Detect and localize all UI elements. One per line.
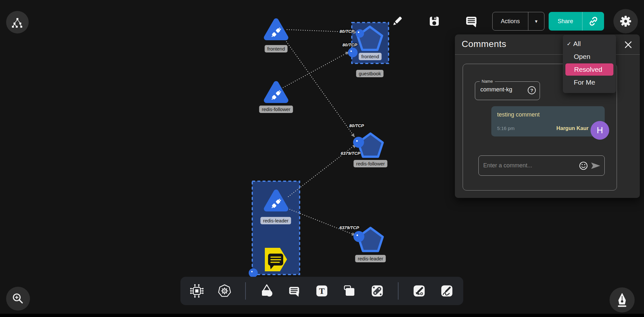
text-tool-icon: T [315, 284, 329, 298]
pencil-squiggle-icon [440, 284, 454, 298]
save-button[interactable] [427, 14, 441, 28]
comments-filter-menu: ✓ All Open Resolved For Me [563, 35, 616, 93]
comment-text: testing comment [497, 111, 599, 118]
tools-toolbar: T [180, 277, 463, 305]
check-icon: ✓ [567, 41, 571, 47]
pen-tool[interactable] [412, 284, 426, 298]
edit-mode-button[interactable] [390, 14, 404, 28]
name-input[interactable] [480, 86, 522, 93]
avatar: H [591, 121, 609, 140]
filter-option-for-me[interactable]: For Me [563, 76, 616, 89]
chevron-down-icon: ▼ [534, 19, 538, 24]
node-label-frontend-pentagon[interactable]: frontend [359, 53, 381, 60]
link-icon [588, 16, 599, 27]
comment-tool[interactable] [287, 284, 301, 298]
actions-button[interactable]: Actions ▼ [492, 12, 544, 31]
pen-arrow-icon [412, 284, 426, 298]
filter-option-label: Resolved [574, 66, 602, 73]
pencil-icon [391, 15, 404, 28]
node-label-guestbook[interactable]: guestbook [356, 70, 383, 77]
comment-tool-icon [287, 284, 301, 298]
actions-button-label[interactable]: Actions [493, 12, 528, 30]
toolbar-divider [245, 282, 246, 300]
share-button[interactable]: Share [549, 12, 604, 31]
edge-port-label: 80/TCP [342, 42, 357, 47]
comment-message: testing comment 5:16 pm Hargun Kaur [491, 106, 605, 136]
node-label-frontend[interactable]: frontend [264, 45, 287, 52]
comment-timestamp: 5:16 pm [497, 126, 514, 131]
edge-port-label: 80/TCP [349, 123, 364, 128]
edge-port-label: 6379/TCP [340, 225, 359, 230]
edge-connector-icon [370, 284, 384, 298]
settings-button[interactable] [613, 9, 638, 33]
edge-tool[interactable] [370, 284, 384, 298]
close-icon [624, 41, 632, 49]
design-tool-button[interactable] [610, 287, 635, 312]
filter-option-all[interactable]: ✓ All [563, 37, 616, 50]
copy-link-button[interactable] [582, 12, 604, 31]
chip-icon [190, 284, 204, 298]
help-icon[interactable]: ? [528, 86, 536, 94]
toolbar-divider [398, 282, 399, 300]
hierarchy-tree-icon [11, 16, 24, 29]
filter-option-label: All [573, 40, 581, 48]
smiley-icon [579, 161, 588, 170]
zoom-in-icon [12, 292, 24, 305]
edge-frontend-redisfollower[interactable] [284, 38, 355, 138]
freehand-draw-tool[interactable] [440, 284, 454, 298]
filter-option-label: For Me [574, 79, 595, 86]
shapes-tool[interactable] [259, 284, 274, 298]
edge-port-label: 80/TCP [340, 29, 354, 34]
text-tool[interactable]: T [315, 284, 329, 298]
edge-port-label: 6379/TCP [341, 151, 360, 156]
kubernetes-tool[interactable] [217, 284, 232, 298]
send-comment-button[interactable] [591, 161, 601, 171]
note-tool[interactable] [342, 284, 357, 298]
send-icon [591, 162, 601, 169]
node-label-redis-follower-pentagon[interactable]: redis-follower [353, 160, 387, 167]
node-label-redis-leader[interactable]: redis-leader [260, 217, 291, 224]
filter-option-open[interactable]: Open [563, 50, 616, 63]
name-field-label: Name [480, 79, 495, 84]
share-button-label[interactable]: Share [549, 12, 582, 31]
gear-icon [619, 14, 633, 28]
comment-author: Hargun Kaur [556, 125, 589, 131]
node-label-redis-follower[interactable]: redis-follower [259, 106, 293, 113]
emoji-picker-button[interactable] [579, 161, 588, 171]
actions-dropdown-toggle[interactable]: ▼ [528, 12, 544, 30]
close-comments-button[interactable] [624, 40, 633, 49]
zoom-button[interactable] [6, 287, 30, 311]
bottom-edge [0, 314, 644, 317]
save-icon [428, 15, 441, 28]
node-label-redis-leader-pentagon[interactable]: redis-leader [355, 255, 386, 262]
comments-panel-title: Comments [462, 39, 506, 49]
comments-toggle-button[interactable] [464, 14, 478, 28]
shapes-icon [259, 284, 274, 298]
components-tool[interactable] [190, 284, 204, 298]
comment-bubble-icon [465, 14, 478, 28]
hierarchy-view-button[interactable] [6, 11, 29, 33]
pen-nib-icon [615, 293, 630, 307]
kanvas-app: frontend frontend guestbook redis-follow… [0, 0, 644, 317]
edge-redisfollower-guestbook[interactable] [283, 53, 347, 88]
comment-input-container [478, 155, 605, 176]
note-icon [342, 284, 357, 298]
comment-input[interactable] [483, 162, 576, 169]
svg-text:T: T [319, 286, 324, 296]
kubernetes-icon [217, 284, 232, 298]
node-frontend-triangle[interactable] [266, 21, 286, 38]
filter-option-resolved[interactable]: Resolved [565, 63, 613, 76]
filter-option-label: Open [574, 53, 590, 61]
node-redis-follower-triangle[interactable] [266, 84, 286, 101]
comment-name-field: Name ? [475, 81, 540, 100]
